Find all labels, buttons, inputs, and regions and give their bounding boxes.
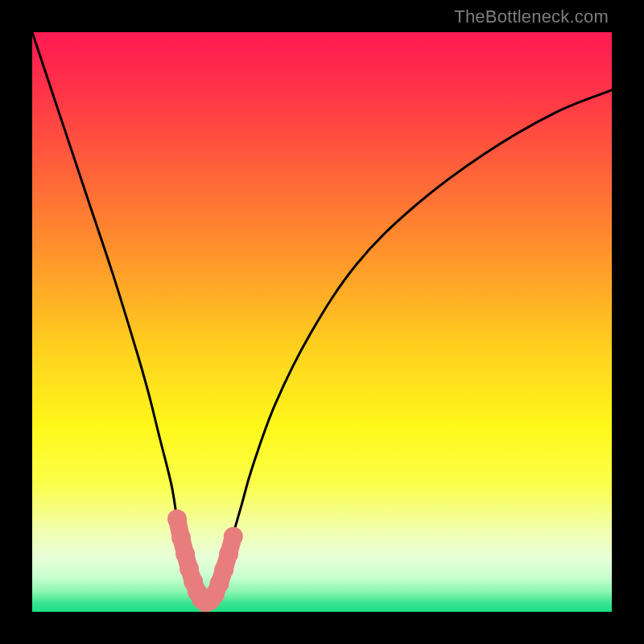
marker-dot [219,544,238,564]
watermark-text: TheBottleneck.com [454,6,609,27]
marker-dot [224,526,243,546]
curve-layer [32,32,612,612]
marker-dot [167,510,187,529]
outer-frame: TheBottleneck.com [0,0,644,644]
plot-area [32,32,612,612]
marker-dot [171,528,191,547]
bottleneck-curve [32,32,612,603]
